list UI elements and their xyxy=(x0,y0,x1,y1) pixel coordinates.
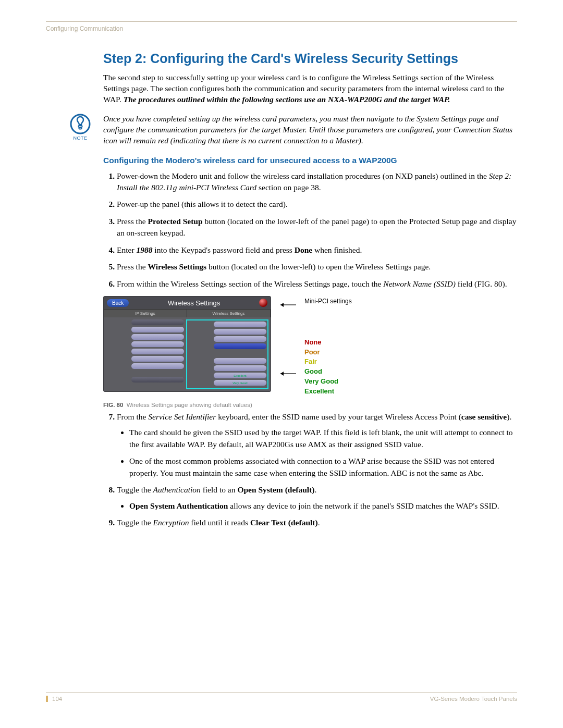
page-number: 104 xyxy=(46,696,62,702)
figure-number: FIG. 80 xyxy=(103,402,123,408)
tab-ip-settings[interactable]: IP Settings xyxy=(104,310,187,317)
svg-rect-1 xyxy=(79,126,82,127)
quality-fair: Fair xyxy=(304,357,352,367)
field[interactable] xyxy=(214,365,266,371)
svg-marker-4 xyxy=(280,303,284,307)
running-head: Configuring Communication xyxy=(46,25,517,32)
svg-marker-6 xyxy=(280,372,284,376)
generate-button[interactable] xyxy=(214,343,266,349)
ip-field[interactable] xyxy=(131,356,184,362)
page-footer: 104 VG-Series Modero Touch Panels xyxy=(46,692,517,702)
status-indicator-icon xyxy=(259,299,267,307)
quality-good: Good xyxy=(304,367,352,377)
note-text: Once you have completed setting up the w… xyxy=(103,114,517,146)
footer-doc-title: VG-Series Modero Touch Panels xyxy=(430,696,517,702)
step-list: Power-down the Modero unit and follow th… xyxy=(103,170,517,290)
subheading: Configuring the Modero's wireless card f… xyxy=(103,156,517,165)
step-1: Power-down the Modero unit and follow th… xyxy=(117,170,517,194)
screenshot-title: Wireless Settings xyxy=(133,299,255,307)
quality-very-good: Very Good xyxy=(304,377,352,387)
note-icon: NOTE xyxy=(68,114,93,141)
quality-poor: Poor xyxy=(304,348,352,357)
ip-field[interactable] xyxy=(131,349,184,354)
svg-rect-2 xyxy=(79,128,82,129)
figure-caption-text: Wireless Settings page showing default v… xyxy=(127,402,252,408)
step-7-bullet-1: The card should be given the SSID used b… xyxy=(129,427,517,450)
step-9: Toggle the Encryption field until it rea… xyxy=(117,517,517,528)
ssid-field[interactable] xyxy=(214,322,266,327)
step-7-bullet-2: One of the most common problems associat… xyxy=(129,455,517,479)
ip-field[interactable] xyxy=(131,334,184,340)
callout-arrows xyxy=(278,296,297,392)
intro-paragraph: The second step to successfully setting … xyxy=(103,72,517,105)
figure-caption: FIG. 80 Wireless Settings page showing d… xyxy=(103,402,517,408)
field[interactable] xyxy=(214,358,266,364)
ip-field[interactable] xyxy=(131,363,184,369)
quality-excellent: Excellent xyxy=(304,387,352,397)
figure-side-labels: Mini-PCI settings None Poor Fair Good Ve… xyxy=(304,296,352,396)
step-list-cont: From the Service Set Identifier keyboard… xyxy=(103,411,517,529)
quality-none: None xyxy=(304,338,352,348)
step-3: Press the Protected Setup button (locate… xyxy=(117,216,517,239)
page-title: Step 2: Configuring the Card's Wireless … xyxy=(103,51,517,66)
wireless-settings-screenshot: Back Wireless Settings IP Settings Wirel… xyxy=(103,296,271,392)
step-5: Press the Wireless Settings button (loca… xyxy=(117,261,517,273)
ip-field[interactable] xyxy=(131,377,184,382)
mini-pci-label: Mini-PCI settings xyxy=(304,297,352,306)
link-quality-field: Excellent xyxy=(214,373,266,378)
note-label: NOTE xyxy=(68,135,93,141)
ip-field[interactable] xyxy=(131,341,184,347)
auth-field[interactable] xyxy=(214,329,266,335)
signal-strength-field: Very Good xyxy=(214,380,266,386)
ip-field[interactable] xyxy=(131,327,184,332)
step-7: From the Service Set Identifier keyboard… xyxy=(117,411,517,479)
mini-pci-settings-highlight: Excellent Very Good xyxy=(186,319,268,389)
step-6: From within the Wireless Settings sectio… xyxy=(117,278,517,290)
tab-wireless-settings[interactable]: Wireless Settings xyxy=(187,310,271,317)
back-button[interactable]: Back xyxy=(107,299,129,307)
ip-field[interactable] xyxy=(131,319,184,325)
step-2: Power-up the panel (this allows it to de… xyxy=(117,199,517,210)
encryption-field[interactable] xyxy=(214,336,266,342)
step-8: Toggle the Authentication field to an Op… xyxy=(117,484,517,512)
step-8-bullet-1: Open System Authentication allows any de… xyxy=(129,500,517,512)
figure-80: Back Wireless Settings IP Settings Wirel… xyxy=(103,296,517,408)
step-4: Enter 1988 into the Keypad's password fi… xyxy=(117,244,517,256)
